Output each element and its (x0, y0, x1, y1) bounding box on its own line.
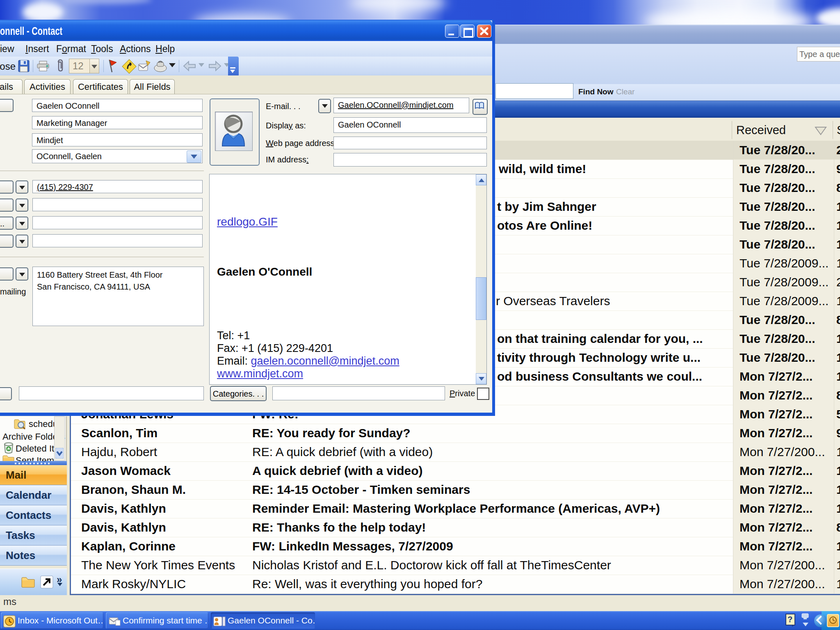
svg-text:?: ? (788, 615, 792, 624)
